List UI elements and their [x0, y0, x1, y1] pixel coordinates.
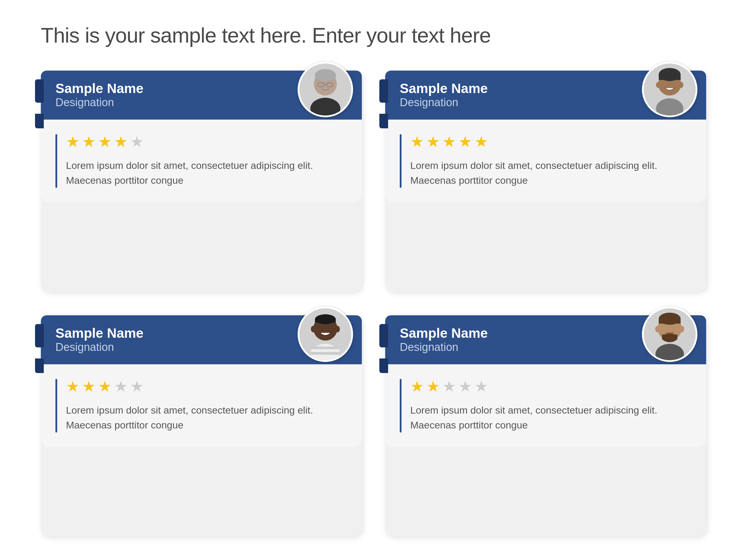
svg-rect-17 [311, 347, 339, 349]
header-bottom-accent-3 [35, 358, 44, 373]
svg-rect-19 [311, 352, 339, 355]
star-3-3: ★ [98, 379, 112, 394]
svg-point-33 [679, 326, 684, 332]
card-header-1: Sample Name Designation [41, 71, 362, 119]
card-content-3: ★ ★ ★ ★ ★ Lorem ipsum dolor sit amet, co… [66, 379, 344, 432]
card-header-3: Sample Name Designation [41, 315, 362, 364]
star-2-4: ★ [458, 134, 472, 149]
star-1-1: ★ [66, 134, 80, 149]
avatar-4 [642, 306, 697, 362]
page-container: This is your sample text here. Enter you… [0, 0, 747, 560]
star-3-5: ★ [130, 379, 144, 394]
star-2-3: ★ [442, 134, 456, 149]
star-4-4: ★ [458, 379, 472, 394]
svg-rect-31 [662, 335, 677, 340]
card-divider-1 [55, 134, 57, 188]
avatar-2 [642, 62, 697, 117]
card-body-2: ★ ★ ★ ★ ★ Lorem ipsum dolor sit amet, co… [385, 119, 706, 203]
page-title: This is your sample text here. Enter you… [41, 23, 706, 47]
card-name-4: Sample Name [400, 326, 648, 341]
card-name-1: Sample Name [55, 81, 304, 96]
stars-row-4: ★ ★ ★ ★ ★ [410, 379, 689, 394]
card-divider-3 [55, 379, 57, 432]
svg-point-24 [335, 326, 340, 332]
header-bottom-accent-2 [379, 114, 388, 128]
card-text-3: Lorem ipsum dolor sit amet, consectetuer… [66, 403, 344, 432]
card-text-2: Lorem ipsum dolor sit amet, consectetuer… [410, 158, 689, 188]
star-1-4: ★ [114, 134, 128, 149]
card-designation-3: Designation [55, 341, 304, 354]
svg-rect-4 [315, 75, 336, 79]
star-4-5: ★ [474, 379, 488, 394]
star-2-2: ★ [426, 134, 440, 149]
star-1-2: ★ [82, 134, 96, 149]
star-4-1: ★ [410, 379, 424, 394]
card-divider-4 [400, 379, 402, 432]
card-header-2: Sample Name Designation [385, 71, 706, 119]
star-3-2: ★ [82, 379, 96, 394]
card-body-1: ★ ★ ★ ★ ★ Lorem ipsum dolor sit amet, co… [41, 119, 362, 203]
card-wrapper-3: Sample Name Designation [41, 315, 362, 537]
svg-rect-29 [659, 319, 681, 324]
testimonial-card-1: Sample Name Designation [41, 71, 362, 292]
star-1-3: ★ [98, 134, 112, 149]
card-designation-1: Designation [55, 96, 304, 109]
card-wrapper-1: Sample Name Designation [41, 71, 362, 292]
testimonial-card-3: Sample Name Designation [41, 315, 362, 537]
testimonial-card-2: Sample Name Designation [385, 71, 706, 292]
header-accent-3 [35, 324, 44, 347]
svg-point-21 [315, 314, 336, 324]
cards-grid: Sample Name Designation [41, 71, 706, 537]
card-content-4: ★ ★ ★ ★ ★ Lorem ipsum dolor sit amet, co… [410, 379, 689, 432]
card-wrapper-2: Sample Name Designation [385, 71, 706, 292]
header-accent-1 [35, 79, 44, 103]
header-bottom-accent-1 [35, 114, 44, 128]
svg-rect-22 [315, 319, 336, 322]
svg-point-13 [656, 82, 660, 88]
header-bottom-accent-4 [379, 358, 388, 373]
card-body-4: ★ ★ ★ ★ ★ Lorem ipsum dolor sit amet, co… [385, 364, 706, 447]
star-2-5: ★ [474, 134, 488, 149]
star-4-2: ★ [426, 379, 440, 394]
header-accent-2 [379, 79, 388, 103]
svg-rect-12 [659, 74, 681, 80]
star-3-4: ★ [114, 379, 128, 394]
card-header-4: Sample Name Designation [385, 315, 706, 364]
card-name-2: Sample Name [400, 81, 648, 96]
card-content-1: ★ ★ ★ ★ ★ Lorem ipsum dolor sit amet, co… [66, 134, 344, 188]
card-designation-4: Designation [400, 341, 648, 354]
avatar-3 [298, 306, 353, 362]
card-divider-2 [400, 134, 402, 188]
star-1-5: ★ [130, 134, 144, 149]
svg-point-23 [311, 326, 316, 332]
svg-point-3 [315, 69, 336, 81]
card-designation-2: Designation [400, 96, 648, 109]
svg-point-14 [679, 82, 684, 88]
card-body-3: ★ ★ ★ ★ ★ Lorem ipsum dolor sit amet, co… [41, 364, 362, 447]
testimonial-card-4: Sample Name Designation [385, 315, 706, 537]
star-4-3: ★ [442, 379, 456, 394]
stars-row-1: ★ ★ ★ ★ ★ [66, 134, 344, 149]
card-text-4: Lorem ipsum dolor sit amet, consectetuer… [410, 403, 689, 432]
stars-row-3: ★ ★ ★ ★ ★ [66, 379, 344, 394]
svg-point-32 [655, 326, 660, 332]
stars-row-2: ★ ★ ★ ★ ★ [410, 134, 689, 149]
card-name-3: Sample Name [55, 326, 304, 341]
card-content-2: ★ ★ ★ ★ ★ Lorem ipsum dolor sit amet, co… [410, 134, 689, 188]
svg-rect-18 [311, 349, 339, 352]
avatar-1 [298, 62, 353, 117]
star-2-1: ★ [410, 134, 424, 149]
card-wrapper-4: Sample Name Designation [385, 315, 706, 537]
card-text-1: Lorem ipsum dolor sit amet, consectetuer… [66, 158, 344, 188]
header-accent-4 [379, 324, 388, 347]
star-3-1: ★ [66, 379, 80, 394]
